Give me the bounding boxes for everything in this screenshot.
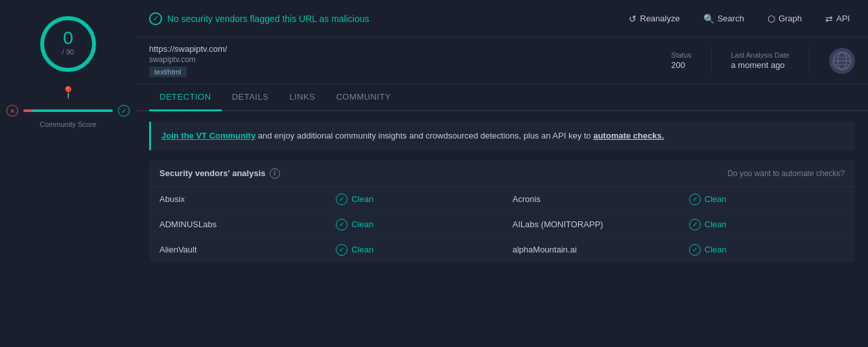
- check-circle-icon: ✓: [336, 244, 347, 256]
- community-score-label: Community Score: [40, 120, 96, 128]
- score-denom: / 90: [62, 49, 74, 56]
- analysis-header: Security vendors' analysis i Do you want…: [149, 161, 855, 187]
- vendor-table: Abusix ✓ Clean Acronis ✓ Clean ADMINUSLa…: [149, 187, 855, 262]
- date-item: Last Analysis Date a moment ago: [731, 51, 790, 70]
- check-icon-sm: ✓: [118, 105, 130, 117]
- table-row: Abusix ✓ Clean Acronis ✓ Clean: [149, 187, 855, 212]
- tab-detection[interactable]: DETECTION: [149, 84, 222, 111]
- right-status-text: Clean: [705, 194, 727, 204]
- url-tag: text/html: [149, 67, 187, 77]
- nav-actions: ↺ Reanalyze 🔍 Search ⬡ Graph ⇄ API: [624, 11, 855, 27]
- date-label: Last Analysis Date: [731, 51, 790, 59]
- right-status-text: Clean: [705, 219, 727, 229]
- left-status-text: Clean: [351, 219, 373, 229]
- safe-message: No security vendors flagged this URL as …: [167, 14, 369, 24]
- safe-check-icon: ✓: [149, 12, 162, 25]
- url-details: https://swapiptv.com/ swapiptv.com text/…: [149, 44, 661, 77]
- url-domain: swapiptv.com: [149, 55, 661, 64]
- search-icon: 🔍: [703, 14, 714, 24]
- globe-icon: [830, 49, 854, 73]
- status-label: Status: [671, 51, 691, 59]
- left-status-text: Clean: [351, 194, 373, 204]
- meta-divider: [711, 48, 712, 74]
- reanalyze-icon: ↺: [629, 14, 637, 24]
- score-circle: 0 / 90: [36, 12, 100, 76]
- x-icon: ✕: [6, 105, 18, 117]
- info-icon[interactable]: i: [270, 168, 280, 179]
- check-circle-icon-r: ✓: [689, 194, 701, 205]
- check-circle-icon-r: ✓: [689, 244, 701, 256]
- right-panel: ✓ No security vendors flagged this URL a…: [136, 0, 868, 347]
- reanalyze-label: Reanalyze: [640, 14, 679, 23]
- score-bar-row: ✕ ✓: [6, 102, 130, 119]
- left-vendor-status: ✓ Clean: [325, 212, 502, 237]
- right-vendor-name: alphaMountain.ai: [502, 237, 679, 262]
- analysis-section: Security vendors' analysis i Do you want…: [149, 161, 855, 262]
- graph-label: Graph: [779, 14, 802, 23]
- check-circle-icon-r: ✓: [689, 219, 701, 230]
- tabs-bar: DETECTION DETAILS LINKS COMMUNITY: [136, 84, 868, 111]
- check-circle-icon: ✓: [336, 219, 347, 230]
- main-content: Join the VT Community and enjoy addition…: [136, 111, 868, 273]
- left-vendor-name: ADMINUSLabs: [149, 212, 325, 237]
- join-community-link[interactable]: Join the VT Community: [161, 131, 255, 140]
- right-vendor-status: ✓ Clean: [679, 187, 855, 212]
- avatar: [829, 48, 855, 74]
- score-number: 0: [62, 29, 74, 47]
- left-vendor-name: Abusix: [149, 187, 325, 212]
- table-row: ADMINUSLabs ✓ Clean AILabs (MONITORAPP) …: [149, 212, 855, 237]
- search-label: Search: [718, 14, 744, 23]
- left-vendor-name: AlienVault: [149, 237, 325, 262]
- search-button[interactable]: 🔍 Search: [698, 11, 749, 27]
- url-meta: Status 200 Last Analysis Date a moment a…: [671, 48, 855, 74]
- right-status-text: Clean: [705, 245, 727, 254]
- graph-icon: ⬡: [768, 14, 775, 24]
- banner-middle-text: and enjoy additional community insights …: [255, 131, 593, 140]
- tab-details[interactable]: DETAILS: [222, 84, 279, 111]
- meta-divider-2: [809, 48, 810, 74]
- left-status-text: Clean: [351, 245, 373, 254]
- api-label: API: [836, 14, 850, 23]
- left-vendor-status: ✓ Clean: [325, 237, 502, 262]
- table-row: AlienVault ✓ Clean alphaMountain.ai ✓ Cl…: [149, 237, 855, 262]
- automate-checks-link[interactable]: automate checks.: [593, 131, 664, 140]
- graph-button[interactable]: ⬡ Graph: [762, 11, 807, 27]
- right-vendor-status: ✓ Clean: [679, 212, 855, 237]
- url-main: https://swapiptv.com/: [149, 44, 661, 54]
- community-banner: Join the VT Community and enjoy addition…: [149, 122, 855, 150]
- check-circle-icon: ✓: [336, 194, 347, 205]
- status-value: 200: [671, 60, 691, 70]
- tab-links[interactable]: LINKS: [279, 84, 325, 111]
- tab-community[interactable]: COMMUNITY: [325, 84, 401, 111]
- right-vendor-name: Acronis: [502, 187, 679, 212]
- automate-question: Do you want to automate checks?: [727, 169, 845, 178]
- analysis-title: Security vendors' analysis i: [159, 168, 280, 179]
- analysis-title-text: Security vendors' analysis: [159, 168, 266, 178]
- right-vendor-name: AILabs (MONITORAPP): [502, 212, 679, 237]
- status-item: Status 200: [671, 51, 691, 70]
- api-icon: ⇄: [825, 14, 833, 24]
- api-button[interactable]: ⇄ API: [820, 11, 855, 27]
- safe-notice: ✓ No security vendors flagged this URL a…: [149, 12, 369, 25]
- left-vendor-status: ✓ Clean: [325, 187, 502, 212]
- date-value: a moment ago: [731, 60, 790, 70]
- reanalyze-button[interactable]: ↺ Reanalyze: [624, 11, 685, 27]
- url-info-bar: https://swapiptv.com/ swapiptv.com text/…: [136, 38, 868, 84]
- left-score-panel: 0 / 90 📍 ✕ ✓ Community Score: [0, 0, 136, 347]
- top-bar: ✓ No security vendors flagged this URL a…: [136, 0, 868, 38]
- pin-icon: 📍: [61, 85, 75, 100]
- score-progress-bar: [23, 109, 113, 112]
- right-vendor-status: ✓ Clean: [679, 237, 855, 262]
